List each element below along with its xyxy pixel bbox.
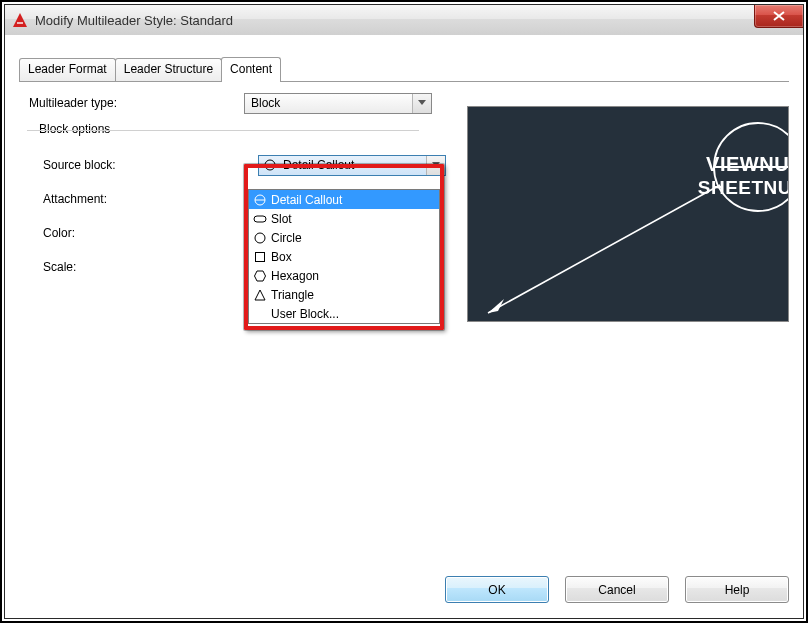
cancel-button[interactable]: Cancel	[565, 576, 669, 603]
dropdown-option-label: Circle	[271, 231, 435, 245]
help-button[interactable]: Help	[685, 576, 789, 603]
preview-pane: VIEWNUMBER SHEETNUMBER	[467, 106, 789, 322]
multileader-type-value: Block	[245, 96, 412, 110]
tab-leader-structure[interactable]: Leader Structure	[115, 58, 222, 81]
svg-point-5	[255, 233, 265, 243]
dropdown-option-label: Box	[271, 250, 435, 264]
dropdown-option[interactable]: Slot	[249, 209, 439, 228]
dropdown-option[interactable]: Circle	[249, 228, 439, 247]
tab-strip: Leader Format Leader Structure Content	[19, 59, 280, 81]
title-bar: Modify Multileader Style: Standard	[5, 5, 803, 36]
label-multileader-type: Multileader type:	[19, 96, 244, 110]
box-icon	[253, 250, 267, 264]
label-attachment: Attachment:	[19, 192, 258, 206]
source-block-select[interactable]: Detail Callout	[258, 155, 446, 176]
multileader-type-select[interactable]: Block	[244, 93, 432, 114]
svg-line-11	[488, 185, 720, 313]
dropdown-option-label: Slot	[271, 212, 435, 226]
source-block-dropdown[interactable]: Detail Callout Slot Circle Box Hexagon	[248, 189, 440, 324]
chevron-down-icon	[426, 156, 445, 175]
preview-text-sheetnumber: SHEETNUMBER	[698, 177, 789, 199]
dropdown-option[interactable]: Hexagon	[249, 266, 439, 285]
circle-hline-icon	[263, 158, 277, 172]
button-bar: OK Cancel Help	[445, 576, 789, 606]
svg-marker-7	[255, 271, 266, 281]
dropdown-option[interactable]: User Block...	[249, 304, 439, 323]
tab-content[interactable]: Content	[221, 57, 281, 82]
tab-body: Multileader type: Block Block options So…	[19, 82, 789, 566]
dropdown-option[interactable]: Triangle	[249, 285, 439, 304]
source-block-value: Detail Callout	[277, 158, 426, 172]
svg-rect-4	[254, 216, 266, 222]
svg-marker-8	[255, 290, 265, 300]
label-source-block: Source block:	[19, 158, 258, 172]
triangle-icon	[253, 288, 267, 302]
client-area: Leader Format Leader Structure Content M…	[5, 35, 803, 618]
group-caption: Block options	[35, 122, 114, 136]
label-color: Color:	[19, 226, 258, 240]
label-scale: Scale:	[19, 260, 258, 274]
dropdown-option-label: User Block...	[253, 307, 435, 321]
window-title: Modify Multileader Style: Standard	[35, 13, 233, 28]
circle-hline-icon	[253, 193, 267, 207]
close-button[interactable]	[754, 5, 803, 28]
tab-rule	[19, 81, 789, 82]
slot-icon	[253, 212, 267, 226]
dropdown-option-label: Hexagon	[271, 269, 435, 283]
ok-button[interactable]: OK	[445, 576, 549, 603]
svg-rect-6	[256, 252, 265, 261]
chevron-down-icon	[412, 94, 431, 113]
dropdown-option[interactable]: Detail Callout	[249, 190, 439, 209]
preview-text-viewnumber: VIEWNUMBER	[706, 153, 789, 176]
dropdown-option-label: Detail Callout	[271, 193, 435, 207]
dropdown-option-label: Triangle	[271, 288, 435, 302]
circle-icon	[253, 231, 267, 245]
dropdown-option[interactable]: Box	[249, 247, 439, 266]
hexagon-icon	[253, 269, 267, 283]
app-icon	[11, 11, 29, 29]
tab-leader-format[interactable]: Leader Format	[19, 58, 116, 81]
